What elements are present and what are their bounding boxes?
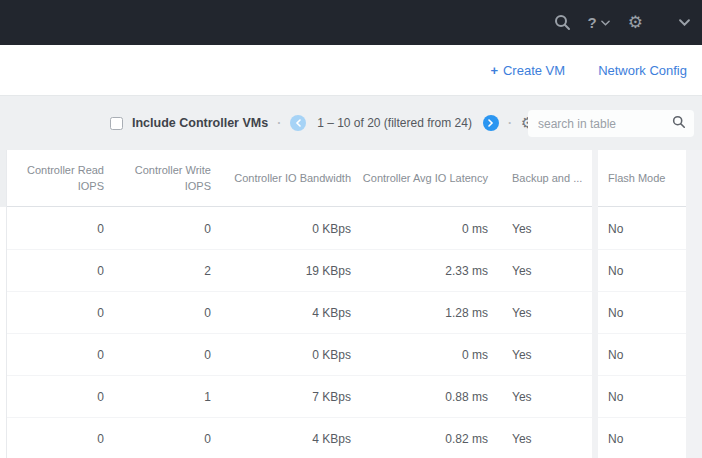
table-search-input[interactable] (538, 117, 672, 131)
search-icon[interactable] (554, 14, 571, 31)
create-vm-button[interactable]: +Create VM (490, 63, 565, 78)
cell-controller-read-iops: 0 (7, 432, 108, 446)
cell-controller-write-iops: 1 (108, 390, 217, 404)
cell-controller-avg-io-latency: 1.28 ms (355, 306, 490, 320)
cell-flash-mode: No (592, 348, 686, 362)
cell-backup: Yes (490, 222, 592, 236)
table-row[interactable]: 0 0 0 KBps 0 ms Yes No (7, 208, 686, 250)
include-controller-vms-label: Include Controller VMs (132, 116, 268, 130)
cell-controller-read-iops: 0 (7, 348, 108, 362)
column-header-backup-and[interactable]: Backup and ... (490, 170, 592, 187)
next-page-button[interactable] (483, 115, 499, 131)
cell-flash-mode: No (592, 222, 686, 236)
cell-backup: Yes (490, 390, 592, 404)
cell-controller-read-iops: 0 (7, 390, 108, 404)
cell-controller-io-bandwidth: 4 KBps (217, 432, 355, 446)
top-nav-bar: ? ⚙ (0, 0, 702, 45)
cell-controller-avg-io-latency: 0 ms (355, 348, 490, 362)
gear-icon[interactable]: ⚙ (628, 14, 643, 31)
help-icon: ? (588, 14, 597, 31)
cell-flash-mode: No (592, 264, 686, 278)
help-menu[interactable]: ? (588, 14, 610, 31)
separator-dot: · (277, 116, 281, 130)
cell-backup: Yes (490, 432, 592, 446)
table-row[interactable]: 0 2 19 KBps 2.33 ms Yes No (7, 250, 686, 292)
action-bar: +Create VM Network Config (0, 45, 702, 95)
cell-controller-io-bandwidth: 4 KBps (217, 306, 355, 320)
column-header-controller-io-bandwidth[interactable]: Controller IO Bandwidth (217, 170, 355, 187)
vm-table-page: ? ⚙ +Create VM Network Config Include Co… (0, 0, 702, 458)
cell-controller-read-iops: 0 (7, 306, 108, 320)
user-menu-chevron-icon[interactable] (679, 19, 690, 26)
table-left-edge (0, 150, 7, 458)
include-controller-vms-checkbox[interactable] (110, 117, 123, 130)
column-header-controller-avg-io-latency[interactable]: Controller Avg IO Latency (355, 170, 490, 187)
pagination-status: 1 – 10 of 20 (filtered from 24) (317, 116, 472, 130)
cell-controller-io-bandwidth: 19 KBps (217, 264, 355, 278)
cell-controller-avg-io-latency: 0.88 ms (355, 390, 490, 404)
column-header-controller-read-iops[interactable]: Controller Read IOPS (7, 162, 108, 195)
separator-dot: · (508, 116, 512, 130)
cell-controller-write-iops: 0 (108, 222, 217, 236)
column-header-controller-write-iops[interactable]: Controller Write IOPS (108, 162, 217, 195)
cell-controller-io-bandwidth: 0 KBps (217, 222, 355, 236)
table-right-edge (686, 150, 702, 458)
cell-backup: Yes (490, 264, 592, 278)
cell-controller-write-iops: 2 (108, 264, 217, 278)
network-config-button[interactable]: Network Config (598, 63, 687, 78)
chevron-down-icon (601, 20, 610, 26)
table-row[interactable]: 0 1 7 KBps 0.88 ms Yes No (7, 376, 686, 418)
table-row[interactable]: 0 0 4 KBps 1.28 ms Yes No (7, 292, 686, 334)
cell-controller-avg-io-latency: 0.82 ms (355, 432, 490, 446)
column-divider (592, 150, 598, 458)
cell-backup: Yes (490, 306, 592, 320)
cell-controller-io-bandwidth: 0 KBps (217, 348, 355, 362)
cell-controller-write-iops: 0 (108, 348, 217, 362)
search-icon[interactable] (672, 115, 686, 132)
previous-page-button[interactable] (290, 115, 306, 131)
cell-controller-read-iops: 0 (7, 264, 108, 278)
plus-icon: + (490, 63, 498, 78)
column-header-flash-mode[interactable]: Flash Mode (592, 170, 686, 187)
cell-controller-read-iops: 0 (7, 222, 108, 236)
cell-flash-mode: No (592, 390, 686, 404)
cell-controller-io-bandwidth: 7 KBps (217, 390, 355, 404)
cell-backup: Yes (490, 348, 592, 362)
table-row[interactable]: 0 0 4 KBps 0.82 ms Yes No (7, 418, 686, 458)
cell-controller-write-iops: 0 (108, 306, 217, 320)
cell-controller-avg-io-latency: 0 ms (355, 222, 490, 236)
cell-flash-mode: No (592, 306, 686, 320)
table-search-box (528, 110, 694, 137)
table-body: 0 0 0 KBps 0 ms Yes No 0 2 19 KBps 2.33 … (7, 208, 686, 458)
cell-flash-mode: No (592, 432, 686, 446)
table-header-row: Controller Read IOPS Controller Write IO… (7, 150, 686, 207)
table-toolbar: Include Controller VMs · 1 – 10 of 20 (f… (0, 95, 702, 150)
cell-controller-write-iops: 0 (108, 432, 217, 446)
table-row[interactable]: 0 0 0 KBps 0 ms Yes No (7, 334, 686, 376)
cell-controller-avg-io-latency: 2.33 ms (355, 264, 490, 278)
